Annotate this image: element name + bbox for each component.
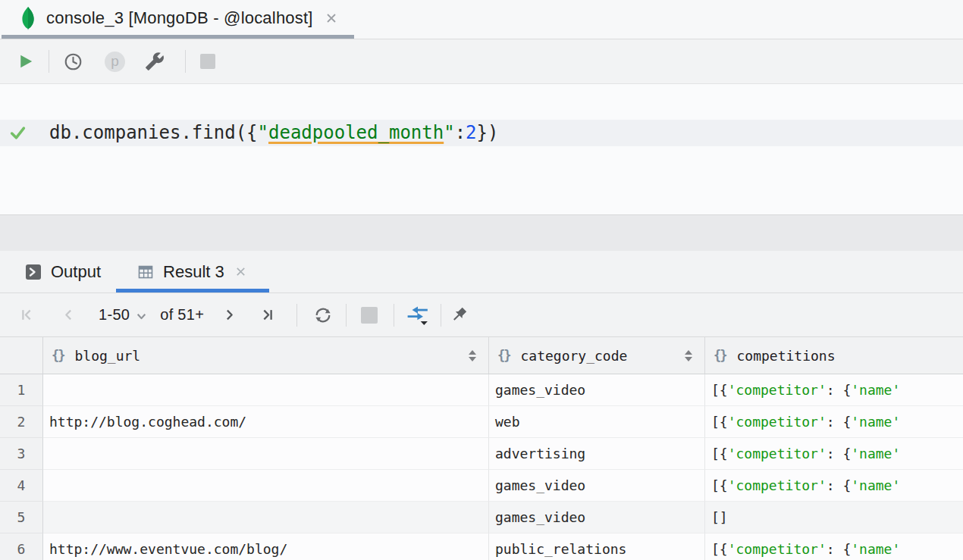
editor-tab-bar: console_3 [MongoDB - @localhost] bbox=[0, 0, 963, 39]
cell-competitions[interactable]: [] bbox=[705, 502, 963, 533]
cell-competitions[interactable]: [{'competitor': {'name' bbox=[705, 533, 963, 560]
cell-competitions[interactable]: [{'competitor': {'name' bbox=[705, 438, 963, 470]
history-clock-icon[interactable] bbox=[64, 52, 83, 71]
table-corner-cell[interactable] bbox=[0, 337, 43, 374]
cell-competitions[interactable]: [{'competitor': {'name' bbox=[705, 406, 963, 438]
pager-divider bbox=[296, 304, 297, 327]
table-row[interactable]: 3 advertising [{'competitor': {'name' bbox=[0, 438, 963, 470]
page-range-dropdown[interactable]: 1-50 bbox=[99, 306, 147, 324]
string-quote-open: " bbox=[258, 122, 268, 143]
pagination-toolbar: 1-50 of 51+ bbox=[0, 293, 963, 337]
tab-result-3[interactable]: Result 3 bbox=[116, 251, 269, 293]
row-number[interactable]: 5 bbox=[0, 502, 43, 533]
console-tab-title: console_3 [MongoDB - @localhost] bbox=[46, 8, 313, 28]
parameters-letter: p bbox=[111, 53, 119, 70]
string-quote-close: " bbox=[444, 122, 454, 143]
close-tab-icon[interactable] bbox=[325, 12, 337, 24]
console-tab[interactable]: console_3 [MongoDB - @localhost] bbox=[2, 0, 354, 39]
pager-divider bbox=[394, 304, 394, 327]
field-type-icon: {} bbox=[714, 348, 726, 363]
column-header-category-code[interactable]: {} category_code bbox=[489, 337, 705, 374]
code-suffix: }) bbox=[477, 122, 499, 143]
toolbar-divider bbox=[49, 50, 49, 73]
selected-result-tab-underline bbox=[116, 289, 269, 293]
cell-category-code[interactable]: games_video bbox=[489, 374, 705, 406]
next-page-icon[interactable] bbox=[222, 308, 237, 322]
column-header-blog-url[interactable]: {} blog_url bbox=[43, 337, 489, 374]
previous-page-icon[interactable] bbox=[61, 308, 76, 322]
table-row[interactable]: 6 http://www.eventvue.com/blog/ public_r… bbox=[0, 533, 963, 560]
code-colon: : bbox=[455, 122, 466, 143]
stop-icon[interactable] bbox=[200, 54, 215, 69]
cell-blog-url[interactable] bbox=[43, 438, 489, 470]
first-page-icon[interactable] bbox=[20, 308, 35, 322]
pin-tab-icon[interactable] bbox=[450, 305, 469, 324]
sort-arrows-icon[interactable] bbox=[469, 350, 476, 361]
cell-blog-url[interactable]: http://blog.coghead.com/ bbox=[43, 406, 489, 438]
settings-wrench-icon[interactable] bbox=[145, 52, 165, 71]
pager-divider bbox=[441, 304, 441, 327]
string-key: deadpooled_month bbox=[268, 122, 444, 143]
stop-query-icon[interactable] bbox=[361, 307, 378, 324]
cell-blog-url[interactable] bbox=[43, 470, 489, 502]
toolbar-divider bbox=[185, 50, 186, 73]
mongodb-leaf-icon bbox=[21, 6, 35, 30]
row-number[interactable]: 1 bbox=[0, 374, 43, 406]
row-number[interactable]: 3 bbox=[0, 438, 43, 470]
table-row[interactable]: 1 games_video [{'competitor': {'name' bbox=[0, 374, 963, 406]
table-row[interactable]: 5 games_video [] bbox=[0, 502, 963, 533]
cell-category-code[interactable]: advertising bbox=[489, 438, 705, 470]
cell-category-code[interactable]: games_video bbox=[489, 502, 705, 533]
output-console-icon bbox=[25, 264, 42, 280]
ide-window: console_3 [MongoDB - @localhost] p bbox=[0, 0, 963, 560]
table-row[interactable]: 4 games_video [{'competitor': {'name' bbox=[0, 470, 963, 502]
result-table-icon bbox=[137, 264, 154, 280]
number-value: 2 bbox=[466, 122, 476, 143]
code-prefix: db.companies.find({ bbox=[49, 122, 258, 143]
cell-blog-url[interactable] bbox=[43, 502, 489, 533]
selected-tab-underline bbox=[2, 35, 354, 39]
output-tab-label: Output bbox=[51, 262, 101, 282]
result-tab-label: Result 3 bbox=[163, 262, 224, 282]
table-header-row: {} blog_url {} category_code {} competit… bbox=[0, 337, 963, 374]
total-rows-label: of 51+ bbox=[160, 306, 204, 324]
tab-output[interactable]: Output bbox=[15, 251, 116, 293]
column-label: category_code bbox=[520, 348, 627, 364]
run-icon[interactable] bbox=[19, 54, 34, 69]
column-label: blog_url bbox=[74, 348, 140, 364]
field-type-icon: {} bbox=[52, 348, 64, 363]
reload-icon[interactable] bbox=[313, 306, 333, 324]
chevron-down-icon bbox=[136, 312, 147, 321]
sync-arrows-icon[interactable] bbox=[406, 305, 429, 325]
cell-blog-url[interactable] bbox=[43, 374, 489, 406]
sort-arrows-icon[interactable] bbox=[685, 350, 692, 361]
column-label: competitions bbox=[736, 348, 835, 364]
row-number[interactable]: 6 bbox=[0, 533, 43, 560]
results-tab-bar: Output Result 3 bbox=[0, 251, 963, 293]
statement-executed-check-icon bbox=[10, 125, 26, 141]
cell-category-code[interactable]: public_relations bbox=[489, 533, 705, 560]
run-toolbar: p bbox=[0, 39, 963, 84]
row-number[interactable]: 4 bbox=[0, 470, 43, 502]
table-row[interactable]: 2 http://blog.coghead.com/ web [{'compet… bbox=[0, 406, 963, 438]
cell-category-code[interactable]: web bbox=[489, 406, 705, 438]
pager-divider bbox=[346, 304, 347, 327]
row-number[interactable]: 2 bbox=[0, 406, 43, 438]
parameters-icon[interactable]: p bbox=[105, 52, 125, 72]
cell-category-code[interactable]: games_video bbox=[489, 470, 705, 502]
cell-blog-url[interactable]: http://www.eventvue.com/blog/ bbox=[43, 533, 489, 560]
query-editor[interactable]: db.companies.find({"deadpooled_month":2}… bbox=[0, 84, 963, 214]
column-header-competitions[interactable]: {} competitions bbox=[705, 337, 963, 374]
page-range-label: 1-50 bbox=[99, 306, 130, 324]
query-code-line: db.companies.find({"deadpooled_month":2}… bbox=[49, 120, 498, 146]
cell-competitions[interactable]: [{'competitor': {'name' bbox=[705, 470, 963, 502]
cell-competitions[interactable]: [{'competitor': {'name' bbox=[705, 374, 963, 406]
last-page-icon[interactable] bbox=[259, 308, 274, 322]
results-table: {} blog_url {} category_code {} competit… bbox=[0, 337, 963, 560]
close-result-tab-icon[interactable] bbox=[235, 266, 246, 277]
editor-results-splitter[interactable] bbox=[0, 214, 963, 251]
field-type-icon: {} bbox=[497, 348, 510, 363]
